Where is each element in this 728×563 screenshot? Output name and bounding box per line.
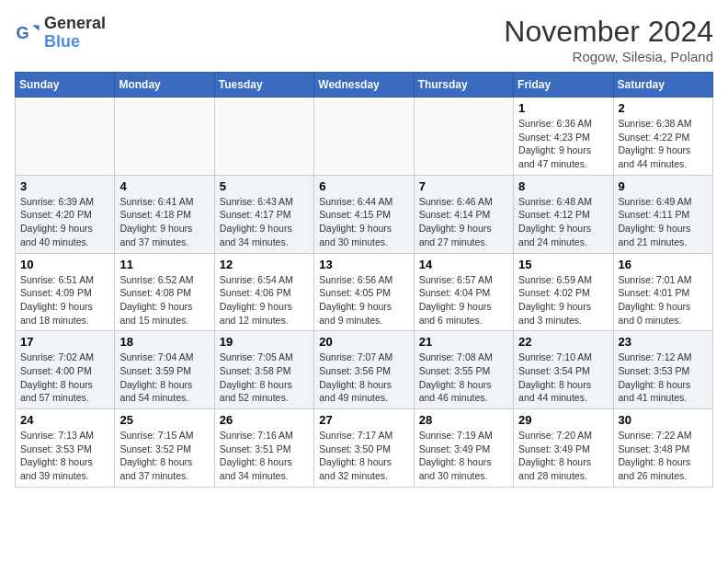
calendar-cell: 7Sunrise: 6:46 AM Sunset: 4:14 PM Daylig… bbox=[414, 175, 513, 253]
day-number: 5 bbox=[220, 179, 309, 193]
day-number: 20 bbox=[319, 335, 408, 349]
calendar-table: SundayMondayTuesdayWednesdayThursdayFrid… bbox=[15, 72, 713, 488]
logo-text: General Blue bbox=[44, 15, 106, 52]
day-info: Sunrise: 7:05 AM Sunset: 3:58 PM Dayligh… bbox=[220, 350, 309, 405]
day-info: Sunrise: 7:01 AM Sunset: 4:01 PM Dayligh… bbox=[619, 273, 708, 327]
day-number: 2 bbox=[619, 101, 708, 115]
calendar-body: 1Sunrise: 6:36 AM Sunset: 4:23 PM Daylig… bbox=[16, 98, 713, 488]
logo-line2: Blue bbox=[44, 33, 106, 52]
day-number: 19 bbox=[220, 335, 309, 349]
day-info: Sunrise: 6:49 AM Sunset: 4:11 PM Dayligh… bbox=[619, 195, 708, 249]
calendar-week-4: 17Sunrise: 7:02 AM Sunset: 4:00 PM Dayli… bbox=[16, 331, 713, 409]
day-number: 3 bbox=[20, 179, 109, 193]
day-number: 8 bbox=[518, 179, 608, 193]
day-number: 30 bbox=[619, 413, 708, 427]
day-info: Sunrise: 7:19 AM Sunset: 3:49 PM Dayligh… bbox=[419, 429, 508, 483]
day-number: 16 bbox=[619, 258, 708, 271]
calendar-cell: 19Sunrise: 7:05 AM Sunset: 3:58 PM Dayli… bbox=[214, 331, 313, 409]
location: Rogow, Silesia, Poland bbox=[504, 49, 713, 64]
calendar-week-1: 1Sunrise: 6:36 AM Sunset: 4:23 PM Daylig… bbox=[16, 98, 713, 176]
day-number: 25 bbox=[119, 413, 209, 427]
day-info: Sunrise: 7:02 AM Sunset: 4:00 PM Dayligh… bbox=[20, 350, 109, 405]
day-number: 17 bbox=[20, 335, 109, 349]
day-number: 15 bbox=[518, 258, 608, 271]
calendar-week-5: 24Sunrise: 7:13 AM Sunset: 3:53 PM Dayli… bbox=[16, 409, 713, 488]
day-info: Sunrise: 7:04 AM Sunset: 3:59 PM Dayligh… bbox=[119, 350, 209, 405]
day-info: Sunrise: 6:38 AM Sunset: 4:22 PM Dayligh… bbox=[619, 117, 708, 171]
day-info: Sunrise: 7:12 AM Sunset: 3:53 PM Dayligh… bbox=[619, 350, 708, 405]
calendar-cell: 10Sunrise: 6:51 AM Sunset: 4:09 PM Dayli… bbox=[16, 253, 115, 331]
day-info: Sunrise: 6:52 AM Sunset: 4:08 PM Dayligh… bbox=[119, 273, 209, 327]
day-number: 23 bbox=[619, 335, 708, 349]
calendar-cell: 28Sunrise: 7:19 AM Sunset: 3:49 PM Dayli… bbox=[414, 409, 513, 488]
day-info: Sunrise: 6:51 AM Sunset: 4:09 PM Dayligh… bbox=[20, 273, 109, 327]
day-info: Sunrise: 7:17 AM Sunset: 3:50 PM Dayligh… bbox=[319, 429, 408, 483]
calendar-cell: 13Sunrise: 6:56 AM Sunset: 4:05 PM Dayli… bbox=[314, 253, 414, 331]
day-number: 7 bbox=[419, 179, 508, 193]
calendar-cell: 11Sunrise: 6:52 AM Sunset: 4:08 PM Dayli… bbox=[115, 253, 214, 331]
day-info: Sunrise: 6:56 AM Sunset: 4:05 PM Dayligh… bbox=[319, 273, 408, 327]
calendar-cell: 30Sunrise: 7:22 AM Sunset: 3:48 PM Dayli… bbox=[613, 409, 712, 488]
calendar-cell: 27Sunrise: 7:17 AM Sunset: 3:50 PM Dayli… bbox=[314, 409, 414, 488]
day-info: Sunrise: 6:59 AM Sunset: 4:02 PM Dayligh… bbox=[518, 273, 608, 327]
weekday-header-sunday: Sunday bbox=[16, 73, 115, 98]
day-number: 26 bbox=[220, 413, 309, 427]
day-info: Sunrise: 6:46 AM Sunset: 4:14 PM Dayligh… bbox=[419, 195, 508, 249]
calendar-cell: 5Sunrise: 6:43 AM Sunset: 4:17 PM Daylig… bbox=[214, 175, 313, 253]
logo-icon: G bbox=[15, 20, 40, 46]
calendar-cell: 29Sunrise: 7:20 AM Sunset: 3:49 PM Dayli… bbox=[514, 409, 613, 488]
day-number: 4 bbox=[119, 179, 209, 193]
title-section: November 2024 Rogow, Silesia, Poland bbox=[504, 15, 713, 64]
month-title: November 2024 bbox=[504, 15, 713, 49]
svg-marker-2 bbox=[33, 25, 40, 30]
calendar-cell: 23Sunrise: 7:12 AM Sunset: 3:53 PM Dayli… bbox=[613, 331, 712, 409]
day-number: 18 bbox=[119, 335, 209, 349]
logo-line1: General bbox=[44, 15, 106, 33]
day-number: 24 bbox=[20, 413, 109, 427]
day-info: Sunrise: 7:16 AM Sunset: 3:51 PM Dayligh… bbox=[220, 429, 309, 483]
day-number: 21 bbox=[419, 335, 508, 349]
calendar-cell bbox=[314, 98, 414, 176]
day-info: Sunrise: 7:08 AM Sunset: 3:55 PM Dayligh… bbox=[419, 350, 508, 405]
calendar-cell: 24Sunrise: 7:13 AM Sunset: 3:53 PM Dayli… bbox=[16, 409, 115, 488]
day-info: Sunrise: 6:41 AM Sunset: 4:18 PM Dayligh… bbox=[119, 195, 209, 249]
calendar-cell: 3Sunrise: 6:39 AM Sunset: 4:20 PM Daylig… bbox=[16, 175, 115, 253]
calendar-cell: 16Sunrise: 7:01 AM Sunset: 4:01 PM Dayli… bbox=[613, 253, 712, 331]
weekday-header-wednesday: Wednesday bbox=[314, 73, 414, 98]
day-info: Sunrise: 6:57 AM Sunset: 4:04 PM Dayligh… bbox=[419, 273, 508, 327]
calendar-cell: 25Sunrise: 7:15 AM Sunset: 3:52 PM Dayli… bbox=[115, 409, 214, 488]
weekday-header-tuesday: Tuesday bbox=[214, 73, 313, 98]
calendar-cell: 21Sunrise: 7:08 AM Sunset: 3:55 PM Dayli… bbox=[414, 331, 513, 409]
day-info: Sunrise: 6:43 AM Sunset: 4:17 PM Dayligh… bbox=[220, 195, 309, 249]
calendar-week-2: 3Sunrise: 6:39 AM Sunset: 4:20 PM Daylig… bbox=[16, 175, 713, 253]
day-number: 28 bbox=[419, 413, 508, 427]
weekday-header-monday: Monday bbox=[115, 73, 214, 98]
day-info: Sunrise: 7:07 AM Sunset: 3:56 PM Dayligh… bbox=[319, 350, 408, 405]
calendar-week-3: 10Sunrise: 6:51 AM Sunset: 4:09 PM Dayli… bbox=[16, 253, 713, 331]
day-number: 1 bbox=[518, 101, 608, 115]
calendar-cell: 20Sunrise: 7:07 AM Sunset: 3:56 PM Dayli… bbox=[314, 331, 414, 409]
day-info: Sunrise: 7:10 AM Sunset: 3:54 PM Dayligh… bbox=[518, 350, 608, 405]
day-info: Sunrise: 6:48 AM Sunset: 4:12 PM Dayligh… bbox=[518, 195, 608, 249]
weekday-header-thursday: Thursday bbox=[414, 73, 513, 98]
day-info: Sunrise: 7:20 AM Sunset: 3:49 PM Dayligh… bbox=[518, 429, 608, 483]
calendar-cell: 4Sunrise: 6:41 AM Sunset: 4:18 PM Daylig… bbox=[115, 175, 214, 253]
calendar-cell: 14Sunrise: 6:57 AM Sunset: 4:04 PM Dayli… bbox=[414, 253, 513, 331]
day-number: 11 bbox=[119, 258, 209, 271]
calendar-cell: 6Sunrise: 6:44 AM Sunset: 4:15 PM Daylig… bbox=[314, 175, 414, 253]
day-info: Sunrise: 7:22 AM Sunset: 3:48 PM Dayligh… bbox=[619, 429, 708, 483]
day-info: Sunrise: 7:13 AM Sunset: 3:53 PM Dayligh… bbox=[20, 429, 109, 483]
calendar-cell: 26Sunrise: 7:16 AM Sunset: 3:51 PM Dayli… bbox=[214, 409, 313, 488]
calendar-cell bbox=[16, 98, 115, 176]
calendar-cell: 22Sunrise: 7:10 AM Sunset: 3:54 PM Dayli… bbox=[514, 331, 613, 409]
calendar-cell: 2Sunrise: 6:38 AM Sunset: 4:22 PM Daylig… bbox=[613, 98, 712, 176]
calendar-cell: 17Sunrise: 7:02 AM Sunset: 4:00 PM Dayli… bbox=[16, 331, 115, 409]
svg-text:G: G bbox=[16, 23, 28, 41]
calendar-cell: 12Sunrise: 6:54 AM Sunset: 4:06 PM Dayli… bbox=[214, 253, 313, 331]
calendar-cell bbox=[214, 98, 313, 176]
logo: G General Blue bbox=[15, 15, 106, 52]
day-number: 29 bbox=[518, 413, 608, 427]
calendar-cell: 8Sunrise: 6:48 AM Sunset: 4:12 PM Daylig… bbox=[514, 175, 613, 253]
day-info: Sunrise: 7:15 AM Sunset: 3:52 PM Dayligh… bbox=[119, 429, 209, 483]
day-info: Sunrise: 6:39 AM Sunset: 4:20 PM Dayligh… bbox=[20, 195, 109, 249]
